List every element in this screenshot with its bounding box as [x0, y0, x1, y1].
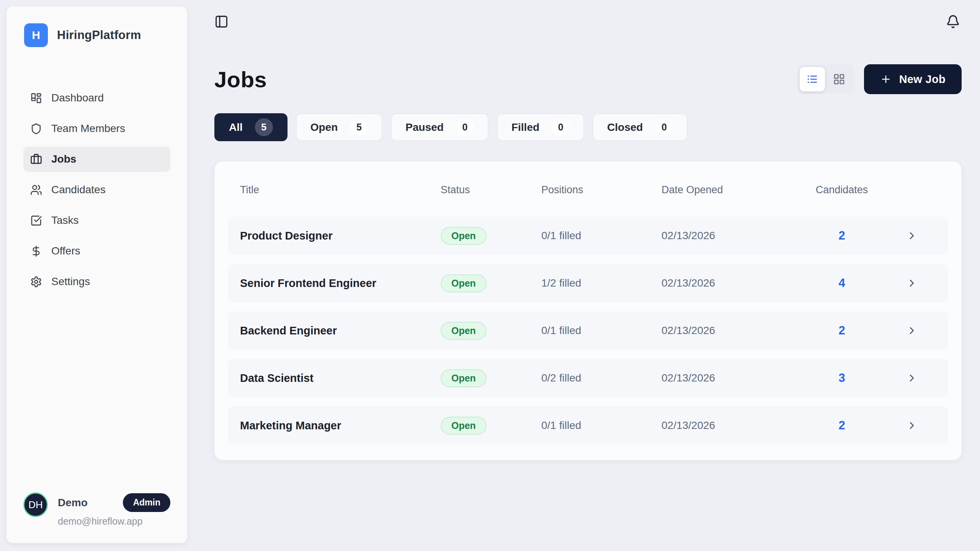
list-view-icon [806, 73, 818, 85]
filter-open[interactable]: Open 5 [296, 113, 383, 141]
filter-filled[interactable]: Filled 0 [497, 113, 584, 141]
candidates-count-link[interactable]: 3 [796, 371, 888, 385]
sidebar-toggle-button[interactable] [214, 15, 229, 29]
sidebar-item-label: Settings [51, 276, 90, 288]
list-view-button[interactable] [800, 67, 825, 91]
sidebar-item-settings[interactable]: Settings [23, 269, 170, 294]
filter-count-badge: 5 [255, 118, 273, 136]
briefcase-icon [30, 153, 42, 165]
plus-icon [880, 73, 892, 85]
filter-label: Open [310, 121, 338, 134]
avatar: DH [23, 492, 48, 517]
chevron-right-icon[interactable] [888, 372, 936, 384]
chevron-right-icon[interactable] [888, 325, 936, 336]
shield-icon [30, 123, 42, 135]
column-header-candidates: Candidates [796, 184, 888, 196]
filter-count-badge: 0 [456, 118, 474, 136]
candidates-count-link[interactable]: 2 [796, 229, 888, 243]
gear-icon [30, 276, 42, 288]
chevron-right-icon[interactable] [888, 420, 936, 431]
view-toggle [797, 65, 854, 94]
sidebar-item-tasks[interactable]: Tasks [23, 208, 170, 233]
sidebar-item-label: Offers [51, 245, 80, 257]
task-check-icon [30, 215, 42, 227]
sidebar: H HiringPlatform Dashboard Team Members … [6, 6, 188, 543]
status-badge: Open [441, 227, 487, 245]
column-header-title: Title [240, 184, 441, 196]
status-badge: Open [441, 417, 487, 435]
user-email: demo@hireflow.app [58, 516, 170, 527]
sidebar-item-label: Team Members [51, 122, 125, 135]
brand-logo-icon: H [24, 23, 48, 47]
jobs-page: Jobs [195, 44, 980, 460]
status-badge: Open [441, 274, 487, 292]
filter-count-badge: 0 [655, 118, 673, 136]
sidebar-item-jobs[interactable]: Jobs [23, 147, 170, 172]
filter-all[interactable]: All 5 [214, 113, 287, 141]
user-card[interactable]: DH Demo Admin demo@hireflow.app [7, 492, 187, 527]
page-title: Jobs [214, 67, 267, 92]
column-header-positions: Positions [541, 184, 662, 196]
sidebar-item-label: Jobs [51, 153, 76, 165]
date-opened-cell: 02/13/2026 [662, 230, 796, 242]
date-opened-cell: 02/13/2026 [662, 372, 796, 384]
grid-view-icon [833, 73, 845, 85]
panel-left-icon [214, 15, 229, 29]
column-header-date-opened: Date Opened [662, 184, 796, 196]
table-row[interactable]: Data Scientist Open 0/2 filled 02/13/202… [228, 359, 948, 397]
sidebar-item-label: Tasks [51, 214, 79, 227]
filter-paused[interactable]: Paused 0 [391, 113, 488, 141]
table-row[interactable]: Product Designer Open 0/1 filled 02/13/2… [228, 217, 948, 255]
positions-cell: 1/2 filled [541, 277, 662, 289]
job-title: Data Scientist [240, 372, 441, 385]
candidates-count-link[interactable]: 2 [796, 324, 888, 337]
table-header: Title Status Positions Date Opened Candi… [228, 172, 948, 207]
grid-view-button[interactable] [826, 67, 852, 91]
sidebar-item-candidates[interactable]: Candidates [23, 177, 170, 202]
bell-icon [946, 15, 960, 29]
dollar-icon [30, 245, 42, 257]
filter-label: Paused [405, 121, 444, 134]
date-opened-cell: 02/13/2026 [662, 419, 796, 432]
filter-count-badge: 5 [350, 118, 368, 136]
status-badge: Open [441, 369, 487, 387]
column-header-status: Status [441, 184, 541, 196]
chevron-right-icon[interactable] [888, 277, 936, 289]
notifications-button[interactable] [946, 15, 960, 29]
new-job-button[interactable]: New Job [864, 64, 962, 94]
job-title: Senior Frontend Engineer [240, 277, 441, 290]
users-icon [30, 184, 42, 196]
positions-cell: 0/1 filled [541, 419, 662, 432]
candidates-count-link[interactable]: 4 [796, 276, 888, 290]
candidates-count-link[interactable]: 2 [796, 419, 888, 432]
jobs-table-card: Title Status Positions Date Opened Candi… [214, 161, 962, 460]
filter-closed[interactable]: Closed 0 [593, 113, 688, 141]
table-row[interactable]: Backend Engineer Open 0/1 filled 02/13/2… [228, 311, 948, 350]
positions-cell: 0/2 filled [541, 372, 662, 384]
table-row[interactable]: Senior Frontend Engineer Open 1/2 filled… [228, 264, 948, 302]
main-area: Jobs [195, 0, 980, 551]
date-opened-cell: 02/13/2026 [662, 277, 796, 289]
brand: H HiringPlatform [7, 23, 187, 47]
user-info: Demo Admin demo@hireflow.app [58, 492, 170, 527]
sidebar-item-label: Dashboard [51, 92, 104, 104]
job-title: Marketing Manager [240, 419, 441, 432]
filter-label: Filled [511, 121, 539, 134]
filter-label: Closed [607, 121, 643, 134]
role-badge: Admin [123, 493, 170, 512]
job-title: Product Designer [240, 230, 441, 242]
status-filters: All 5 Open 5 Paused 0 Filled 0 Closed 0 [214, 113, 962, 141]
sidebar-item-dashboard[interactable]: Dashboard [23, 85, 170, 111]
brand-name: HiringPlatform [57, 28, 141, 42]
filter-count-badge: 0 [552, 118, 570, 136]
new-job-label: New Job [899, 73, 946, 86]
user-name: Demo [58, 497, 88, 509]
sidebar-item-label: Candidates [51, 184, 106, 196]
positions-cell: 0/1 filled [541, 230, 662, 242]
sidebar-nav: Dashboard Team Members Jobs Candidates T… [7, 85, 187, 294]
chevron-right-icon[interactable] [888, 230, 936, 241]
sidebar-item-team-members[interactable]: Team Members [23, 116, 170, 141]
table-row[interactable]: Marketing Manager Open 0/1 filled 02/13/… [228, 406, 948, 445]
positions-cell: 0/1 filled [541, 324, 662, 337]
sidebar-item-offers[interactable]: Offers [23, 238, 170, 264]
